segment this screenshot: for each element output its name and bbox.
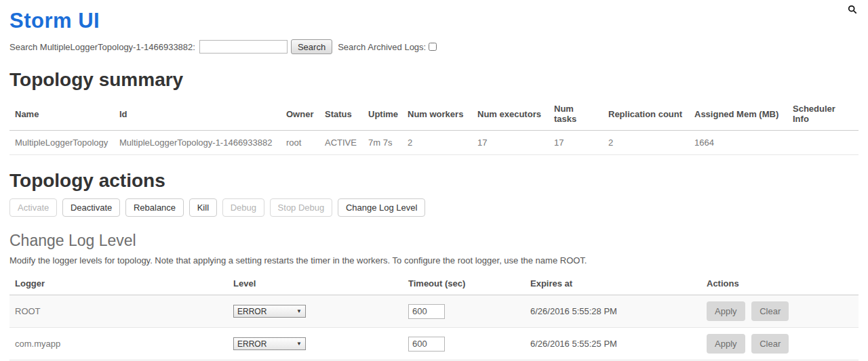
col-name: Name	[9, 98, 114, 131]
topology-scheduler-info	[787, 131, 859, 155]
topology-name[interactable]: MultipleLoggerTopology	[9, 131, 114, 155]
kill-button[interactable]: Kill	[189, 198, 217, 217]
timeout-input[interactable]	[408, 337, 445, 352]
stop-debug-button[interactable]: Stop Debug	[270, 198, 333, 217]
topology-uptime: 7m 7s	[363, 131, 402, 155]
page-title: Storm UI	[9, 9, 859, 33]
topology-num-executors: 17	[472, 131, 549, 155]
col-replication-count: Replication count	[603, 98, 689, 131]
col-num-executors: Num executors	[472, 98, 549, 131]
logger-name: com.myapp	[9, 328, 228, 360]
col-expires-at: Expires at	[525, 272, 701, 295]
topology-owner: root	[281, 131, 319, 155]
search-label: Search MultipleLoggerTopology-1-14669338…	[9, 42, 195, 52]
summary-header-row: Name Id Owner Status Uptime Num workers …	[9, 98, 859, 131]
debug-button[interactable]: Debug	[222, 198, 264, 217]
col-scheduler-info: Scheduler Info	[787, 98, 859, 131]
col-status: Status	[319, 98, 363, 131]
change-log-level-heading: Change Log Level	[9, 232, 859, 250]
change-log-level-button[interactable]: Change Log Level	[338, 198, 426, 217]
chevron-down-icon: ▼	[296, 341, 302, 347]
table-row: ROOT ERROR ▼ 6/26/2016 5:55:28 PM Apply …	[9, 295, 859, 328]
clear-button[interactable]: Clear	[751, 301, 789, 321]
col-uptime: Uptime	[363, 98, 402, 131]
col-logger: Logger	[9, 272, 228, 295]
level-select-value: ERROR	[237, 307, 267, 316]
activate-button[interactable]: Activate	[9, 198, 57, 217]
topology-summary-heading: Topology summary	[9, 69, 859, 91]
chevron-down-icon: ▼	[296, 308, 302, 314]
table-row: MultipleLoggerTopology MultipleLoggerTop…	[9, 131, 859, 155]
search-button[interactable]: Search	[291, 39, 332, 54]
expires-at-value: 6/26/2016 5:55:25 PM	[525, 328, 701, 360]
level-select[interactable]: ERROR ▼	[233, 305, 306, 318]
topology-id: MultipleLoggerTopology-1-1466933882	[114, 131, 281, 155]
level-select-value: ERROR	[237, 339, 267, 349]
log-level-table: Logger Level Timeout (sec) Expires at Ac…	[9, 272, 859, 361]
topology-num-tasks: 17	[549, 131, 603, 155]
deactivate-button[interactable]: Deactivate	[62, 198, 120, 217]
topology-num-workers: 2	[402, 131, 472, 155]
apply-button[interactable]: Apply	[707, 301, 745, 321]
rebalance-button[interactable]: Rebalance	[125, 198, 184, 217]
level-select[interactable]: ERROR ▼	[233, 337, 306, 350]
col-level: Level	[228, 272, 403, 295]
magnifier-icon[interactable]	[848, 5, 857, 14]
change-log-level-description: Modify the logger levels for topology. N…	[9, 255, 859, 266]
topology-summary-table: Name Id Owner Status Uptime Num workers …	[9, 98, 859, 155]
archived-logs-checkbox[interactable]	[429, 43, 437, 51]
topology-replication-count: 2	[603, 131, 689, 155]
logger-name: ROOT	[9, 295, 228, 328]
loglevel-header-row: Logger Level Timeout (sec) Expires at Ac…	[9, 272, 859, 295]
col-num-workers: Num workers	[402, 98, 472, 131]
search-input[interactable]	[199, 40, 288, 54]
apply-button[interactable]: Apply	[707, 334, 745, 354]
col-assigned-mem: Assigned Mem (MB)	[689, 98, 787, 131]
col-timeout: Timeout (sec)	[403, 272, 525, 295]
col-actions: Actions	[701, 272, 859, 295]
topology-actions-bar: Activate Deactivate Rebalance Kill Debug…	[9, 198, 859, 217]
expires-at-value: 6/26/2016 5:55:28 PM	[525, 295, 701, 328]
topology-assigned-mem: 1664	[689, 131, 787, 155]
archived-logs-label: Search Archived Logs:	[338, 42, 426, 52]
col-id: Id	[114, 98, 281, 131]
timeout-input[interactable]	[408, 304, 445, 319]
topology-actions-heading: Topology actions	[9, 170, 859, 192]
col-num-tasks: Num tasks	[549, 98, 603, 131]
col-owner: Owner	[281, 98, 319, 131]
table-row: com.myapp ERROR ▼ 6/26/2016 5:55:25 PM A…	[9, 328, 859, 360]
search-bar: Search MultipleLoggerTopology-1-14669338…	[9, 39, 859, 54]
topology-status: ACTIVE	[319, 131, 363, 155]
clear-button[interactable]: Clear	[751, 334, 789, 354]
